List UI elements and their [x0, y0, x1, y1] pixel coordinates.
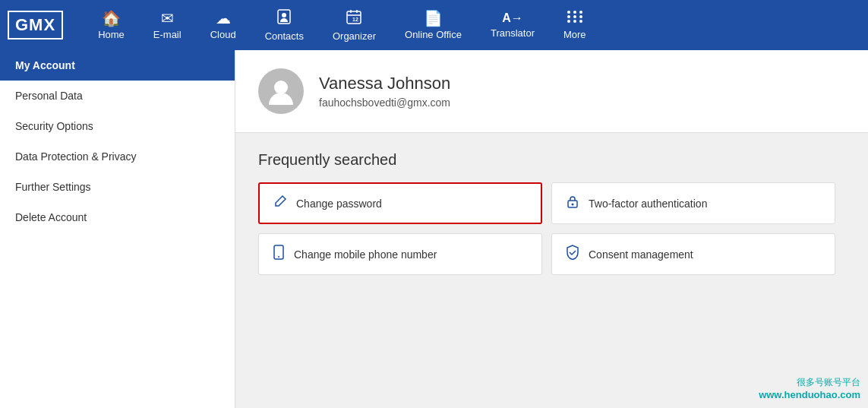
sidebar: My Account Personal Data Security Option… [0, 50, 235, 408]
translator-icon: A→ [502, 12, 523, 24]
nav-translator[interactable]: A→ Translator [478, 6, 547, 45]
svg-point-10 [579, 11, 582, 14]
edit-icon [273, 195, 287, 212]
nav-translator-label: Translator [491, 27, 535, 39]
watermark: 很多号账号平台 www.henduohao.com [759, 376, 860, 400]
nav-cloud[interactable]: ☁ Cloud [198, 5, 248, 46]
avatar [258, 68, 304, 114]
shortcuts-grid: Change password Two-factor authenticatio… [258, 182, 835, 275]
nav-email-label: E-mail [153, 29, 181, 40]
watermark-line2: www.henduohao.com [759, 389, 860, 400]
svg-point-8 [567, 11, 570, 14]
svg-text:12: 12 [352, 17, 358, 22]
svg-point-9 [573, 11, 576, 14]
consent-management-label: Consent management [589, 248, 693, 261]
frequently-searched-title: Frequently searched [258, 151, 845, 169]
frequently-searched-section: Frequently searched Change password [235, 133, 868, 293]
shortcut-change-password[interactable]: Change password [258, 182, 542, 224]
more-icon [567, 10, 583, 26]
svg-point-15 [573, 20, 576, 23]
svg-point-19 [572, 204, 574, 206]
profile-info: Vanessa Johnson fauhochsbovedti@gmx.com [319, 74, 450, 109]
nav-home-label: Home [98, 29, 125, 40]
svg-point-17 [274, 81, 288, 94]
nav-email[interactable]: ✉ E-mail [141, 5, 194, 46]
nav-organizer[interactable]: 12 Organizer [320, 2, 388, 48]
cloud-icon: ☁ [216, 11, 231, 26]
sidebar-item-data-protection[interactable]: Data Protection & Privacy [0, 141, 235, 172]
svg-point-13 [579, 15, 582, 18]
sidebar-item-delete-account[interactable]: Delete Account [0, 202, 235, 232]
home-icon: 🏠 [102, 11, 121, 26]
nav-home[interactable]: 🏠 Home [86, 5, 137, 46]
nav-more[interactable]: More [551, 4, 598, 46]
profile-section: Vanessa Johnson fauhochsbovedti@gmx.com [235, 50, 868, 133]
gmx-logo: GMX [8, 11, 63, 40]
svg-point-21 [278, 256, 279, 258]
avatar-icon [266, 76, 296, 106]
shortcut-consent-management[interactable]: Consent management [551, 233, 835, 275]
email-icon: ✉ [161, 11, 174, 26]
svg-point-11 [567, 15, 570, 18]
svg-point-16 [579, 20, 582, 23]
contacts-icon [276, 8, 292, 27]
two-factor-label: Two-factor authentication [589, 198, 707, 210]
change-password-label: Change password [296, 198, 382, 210]
shield-check-icon [566, 245, 579, 264]
svg-point-12 [573, 15, 576, 18]
sidebar-item-security-options[interactable]: Security Options [0, 111, 235, 141]
sidebar-item-further-settings[interactable]: Further Settings [0, 172, 235, 202]
main-layout: My Account Personal Data Security Option… [0, 50, 868, 408]
shortcut-two-factor[interactable]: Two-factor authentication [551, 182, 835, 224]
watermark-line1: 很多号账号平台 [759, 376, 860, 389]
top-navigation: GMX 🏠 Home ✉ E-mail ☁ Cloud Contacts [0, 0, 868, 50]
organizer-icon: 12 [346, 8, 362, 27]
online-office-icon: 📄 [424, 11, 443, 26]
lock-icon [566, 195, 579, 212]
nav-contacts[interactable]: Contacts [253, 2, 316, 48]
nav-more-label: More [563, 29, 586, 40]
profile-name: Vanessa Johnson [319, 74, 450, 93]
content-area: Vanessa Johnson fauhochsbovedti@gmx.com … [235, 50, 868, 408]
nav-cloud-label: Cloud [210, 29, 236, 40]
nav-online-office[interactable]: 📄 Online Office [393, 5, 474, 46]
sidebar-item-my-account[interactable]: My Account [0, 50, 235, 81]
shortcut-change-mobile[interactable]: Change mobile phone number [258, 233, 542, 275]
nav-organizer-label: Organizer [333, 30, 376, 42]
nav-items: 🏠 Home ✉ E-mail ☁ Cloud Contacts [86, 2, 598, 48]
mobile-icon [273, 245, 285, 264]
svg-point-14 [567, 20, 570, 23]
sidebar-item-personal-data[interactable]: Personal Data [0, 81, 235, 111]
profile-email: fauhochsbovedti@gmx.com [319, 96, 450, 109]
change-mobile-label: Change mobile phone number [294, 248, 437, 261]
nav-contacts-label: Contacts [265, 30, 304, 42]
svg-point-1 [282, 13, 286, 17]
nav-online-office-label: Online Office [405, 29, 462, 40]
